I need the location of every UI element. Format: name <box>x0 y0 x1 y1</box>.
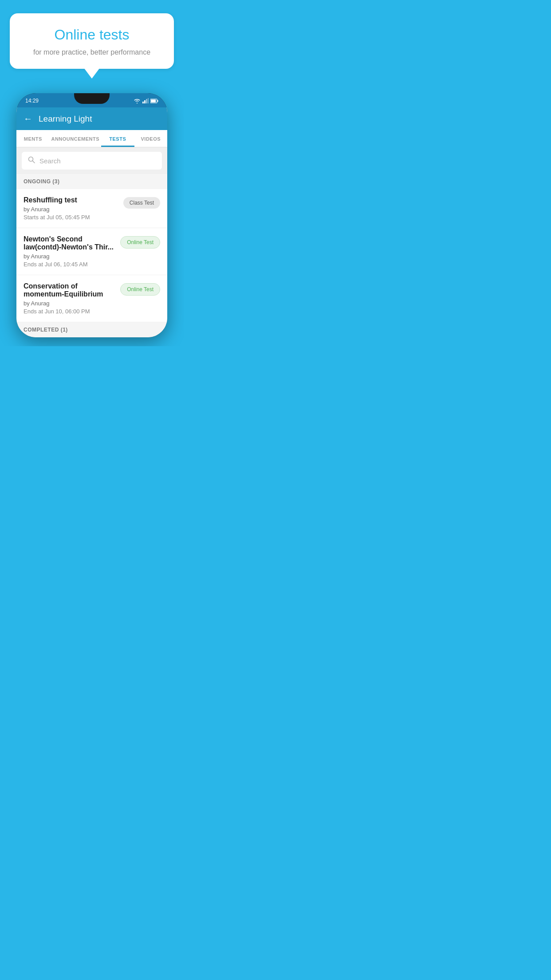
test-badge-online-2: Online Test <box>120 283 160 296</box>
back-button[interactable]: ← <box>24 114 32 124</box>
test-author: by Anurag <box>24 300 116 307</box>
test-info: Reshuffling test by Anurag Starts at Jul… <box>24 196 123 221</box>
search-icon <box>28 156 35 165</box>
test-badge-online: Online Test <box>120 236 160 249</box>
phone-screen: ← Learning Light MENTS ANNOUNCEMENTS TES… <box>16 107 167 337</box>
speech-bubble: Online tests for more practice, better p… <box>10 13 174 69</box>
svg-rect-3 <box>148 98 149 103</box>
test-info: Conservation of momentum-Equilibrium by … <box>24 282 120 315</box>
svg-rect-6 <box>157 100 158 102</box>
ongoing-section-header: ONGOING (3) <box>16 174 167 189</box>
tab-tests[interactable]: TESTS <box>101 130 134 147</box>
test-author: by Anurag <box>24 253 116 260</box>
phone-frame: 14:29 ← <box>16 93 167 337</box>
test-date: Ends at Jun 10, 06:00 PM <box>24 308 116 315</box>
app-header: ← Learning Light <box>16 107 167 130</box>
svg-rect-0 <box>142 102 144 103</box>
svg-rect-5 <box>151 99 156 103</box>
test-date: Starts at Jul 05, 05:45 PM <box>24 214 119 221</box>
status-icons <box>134 98 158 103</box>
search-bar[interactable]: Search <box>22 152 162 170</box>
test-name: Newton's Second law(contd)-Newton's Thir… <box>24 235 116 251</box>
test-name: Reshuffling test <box>24 196 119 204</box>
signal-icon <box>142 98 149 103</box>
phone-notch <box>74 93 110 104</box>
wifi-icon <box>134 98 141 103</box>
battery-icon <box>150 99 158 103</box>
test-date: Ends at Jul 06, 10:45 AM <box>24 261 116 268</box>
test-badge-class: Class Test <box>123 197 160 209</box>
svg-line-8 <box>33 161 35 163</box>
tests-list: Reshuffling test by Anurag Starts at Jul… <box>16 189 167 322</box>
search-placeholder: Search <box>39 157 61 165</box>
status-time: 14:29 <box>25 98 39 104</box>
tab-announcements[interactable]: ANNOUNCEMENTS <box>49 130 101 147</box>
test-item[interactable]: Reshuffling test by Anurag Starts at Jul… <box>16 189 167 228</box>
test-info: Newton's Second law(contd)-Newton's Thir… <box>24 235 120 268</box>
svg-rect-1 <box>144 100 146 103</box>
bubble-subtitle: for more practice, better performance <box>23 48 161 56</box>
tab-ments[interactable]: MENTS <box>16 130 49 147</box>
search-container: Search <box>16 147 167 174</box>
app-title: Learning Light <box>39 114 92 124</box>
bubble-title: Online tests <box>23 27 161 43</box>
completed-section-header: COMPLETED (1) <box>16 322 167 337</box>
test-name: Conservation of momentum-Equilibrium <box>24 282 116 298</box>
svg-rect-2 <box>146 99 147 103</box>
test-item[interactable]: Newton's Second law(contd)-Newton's Thir… <box>16 228 167 275</box>
tab-videos[interactable]: VIDEOS <box>134 130 167 147</box>
test-item[interactable]: Conservation of momentum-Equilibrium by … <box>16 275 167 322</box>
tabs-bar: MENTS ANNOUNCEMENTS TESTS VIDEOS <box>16 130 167 147</box>
test-author: by Anurag <box>24 206 119 213</box>
